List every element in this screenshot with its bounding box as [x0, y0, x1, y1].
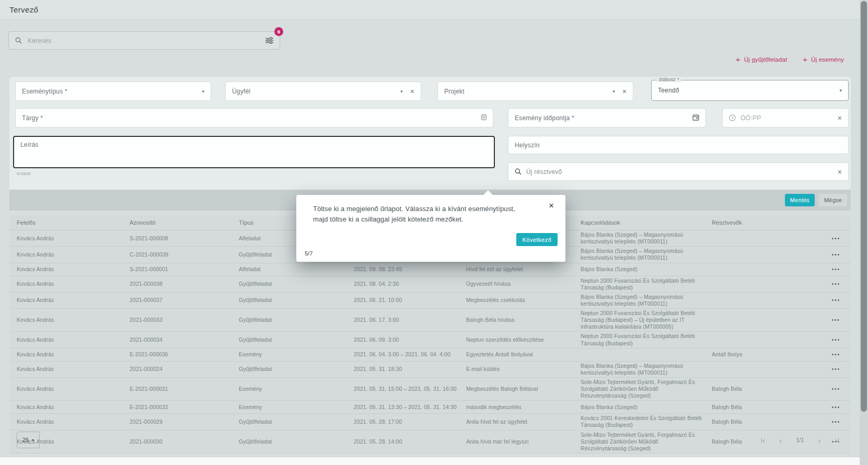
participant-placeholder: Új résztvevő	[526, 168, 562, 176]
tour-next-button[interactable]: Következő	[516, 233, 558, 246]
clock-icon	[729, 114, 736, 121]
cell-targy: E-mail küldés	[466, 366, 581, 373]
new-event-label: Új esemény	[811, 56, 844, 63]
clear-project-icon[interactable]: ×	[622, 88, 627, 95]
plus-icon: +	[736, 55, 740, 63]
cell-idopont: 2021. 06. 09. 3:00	[354, 336, 466, 343]
scrollbar-thumb[interactable]	[861, 1, 867, 412]
table-body: Kovács AndrásS-2021-000008AlfeladatBájos…	[9, 230, 851, 454]
client-select[interactable]: Ügyfél ▾ ×	[225, 82, 421, 101]
column-header-kapcsolodasok: Kapcsolódások	[581, 219, 712, 227]
subject-input[interactable]: Tárgy *	[15, 108, 493, 127]
cell-targy: Neptun szerződés előkészítése	[466, 336, 581, 343]
column-header-azonosito: Azonosító	[130, 219, 239, 227]
cell-azonosito: S-2021-000001	[130, 266, 239, 273]
page-title: Tervező	[9, 5, 38, 14]
row-actions-menu-icon[interactable]: •••	[831, 386, 851, 392]
cell-azonosito: 2021-000024	[130, 366, 239, 373]
participant-search-input[interactable]: Új résztvevő ×	[508, 162, 849, 181]
row-actions-menu-icon[interactable]: •••	[831, 281, 851, 287]
cell-tipus: Esemény	[239, 386, 354, 392]
row-actions-menu-icon[interactable]: •••	[831, 266, 851, 272]
chevron-down-icon: ▾	[400, 89, 403, 94]
cell-targy: Hívd fel ezt az ügyfelet	[466, 266, 581, 273]
table-row[interactable]: Kovács András2021-000038Gyűjtőfeladat202…	[9, 276, 851, 293]
cell-azonosito: E-2021-000031	[130, 386, 239, 392]
last-page-icon[interactable]: ›	[835, 436, 840, 444]
clear-client-icon[interactable]: ×	[410, 88, 414, 95]
cell-azonosito: S-2021-000008	[130, 235, 239, 242]
location-input[interactable]: Helyszín	[508, 136, 849, 154]
row-actions-menu-icon[interactable]: •••	[831, 337, 851, 343]
cell-idopont: 2021. 06. 21. 10:00	[354, 297, 466, 304]
clear-participant-icon[interactable]: ×	[838, 168, 842, 176]
description-char-counter: 0/2500	[17, 171, 31, 176]
cancel-button[interactable]: Mégse	[819, 194, 847, 206]
cell-tipus: Gyűjtőfeladat	[239, 281, 354, 287]
previous-page-icon[interactable]: ‹	[779, 436, 782, 444]
cell-kapcsolodasok: Sole-Mizo Tejterméket Gyártó, Forgalmazó…	[581, 379, 712, 399]
time-placeholder: ÓÓ:PP	[740, 114, 761, 122]
cell-felelos: Kovács András	[17, 266, 130, 273]
cell-felelos: Kovács András	[17, 297, 130, 304]
location-label: Helyszín	[515, 142, 540, 149]
table-row[interactable]: Kovács András2021-000034Gyűjtőfeladat202…	[9, 332, 851, 348]
table-row[interactable]: Kovács AndrásE-2021-000036Esemény2021. 0…	[9, 348, 851, 362]
event-time-input[interactable]: ÓÓ:PP ×	[722, 108, 849, 127]
row-actions-menu-icon[interactable]: •••	[831, 352, 851, 357]
table-row[interactable]: Kovács AndrásE-2021-000032Esemény2021. 0…	[9, 401, 851, 414]
cell-targy: Ügyvezető hívása	[466, 281, 581, 287]
cell-kapcsolodasok: Neptun 2000 Fuvarozási És Szolgáltató Be…	[581, 333, 712, 346]
cell-idopont: 2021. 06. 17. 3:00	[354, 317, 466, 323]
close-icon[interactable]: ×	[549, 201, 554, 210]
table-row[interactable]: Kovács András2021-000024Gyűjtőfeladat202…	[9, 362, 851, 378]
row-actions-menu-icon[interactable]: •••	[831, 252, 851, 258]
search-input[interactable]	[27, 37, 265, 45]
description-textarea[interactable]: Leírás	[13, 136, 495, 168]
cell-azonosito: 2021-000033	[130, 317, 239, 323]
row-actions-menu-icon[interactable]: •••	[831, 366, 851, 372]
table-row[interactable]: Kovács András2021-000037Gyűjtőfeladat202…	[9, 293, 851, 309]
filter-icon[interactable]	[265, 37, 273, 44]
cell-kapcsolodasok: Bájos Blanka (Szeged) – Magasnyomású ker…	[581, 248, 712, 261]
cell-felelos: Kovács András	[17, 419, 130, 425]
clear-time-icon[interactable]: ×	[838, 114, 842, 122]
scrollbar-track[interactable]	[860, 0, 868, 465]
cell-idopont: 2021. 05. 31. 15:00 – 2021. 05. 31. 16:0…	[354, 386, 466, 392]
status-value: Teendő	[658, 87, 679, 94]
event-type-select[interactable]: Eseménytípus * ▾	[15, 82, 211, 101]
row-actions-menu-icon[interactable]: •••	[831, 297, 851, 303]
cell-kapcsolodasok: Bájos Blanka (Szeged) – Magasnyomású ker…	[581, 363, 712, 376]
cell-felelos: Kovács András	[17, 366, 130, 373]
row-actions-menu-icon[interactable]: •••	[831, 404, 851, 410]
tour-popup: Töltse ki a megjelenő űrlapot. Válassza …	[296, 195, 565, 262]
cell-azonosito: 2021-000038	[130, 281, 239, 287]
cell-resztvevok: Balogh Béla	[712, 386, 825, 392]
cell-idopont: 2021. 08. 04. 2:30	[354, 281, 466, 287]
cell-tipus: Gyűjtőfeladat	[239, 297, 354, 304]
new-event-button[interactable]: + Új esemény	[803, 55, 844, 63]
pager-nav: ‹ ‹ 1/1 › ›	[761, 436, 843, 444]
calendar-icon[interactable]	[692, 114, 699, 122]
next-page-icon[interactable]: ›	[818, 436, 821, 444]
cell-idopont: 2021. 05. 31. 18:30	[354, 366, 466, 373]
new-collector-task-button[interactable]: + Új gyűjtőfeladat	[736, 55, 787, 63]
cell-resztvevok: Balogh Béla	[712, 419, 825, 425]
row-actions-menu-icon[interactable]: •••	[831, 419, 851, 425]
table-row[interactable]: Kovács András2021-000033Gyűjtőfeladat202…	[9, 309, 851, 332]
first-page-icon[interactable]: ‹	[761, 436, 766, 444]
cell-felelos: Kovács András	[17, 281, 130, 287]
plus-icon: +	[803, 55, 807, 63]
project-select[interactable]: Projekt ▾ ×	[437, 82, 633, 101]
cell-tipus: Gyűjtőfeladat	[239, 336, 354, 343]
cell-azonosito: 2021-000034	[130, 336, 239, 343]
row-actions-menu-icon[interactable]: •••	[831, 317, 851, 323]
event-date-input[interactable]: Esemény időpontja *	[508, 108, 706, 127]
save-button[interactable]: Mentés	[785, 194, 815, 206]
status-select[interactable]: Státusz * Teendő ▾	[651, 80, 849, 101]
table-row[interactable]: Kovács AndrásE-2021-000031Esemény2021. 0…	[9, 378, 851, 401]
table-row[interactable]: Kovács AndrásS-2021-000001Alfeladat2021.…	[9, 263, 851, 276]
cell-targy: Megbeszélés csekkolás	[466, 297, 581, 304]
page-size-select[interactable]: 25 ▾	[17, 432, 40, 448]
row-actions-menu-icon[interactable]: •••	[831, 236, 851, 241]
